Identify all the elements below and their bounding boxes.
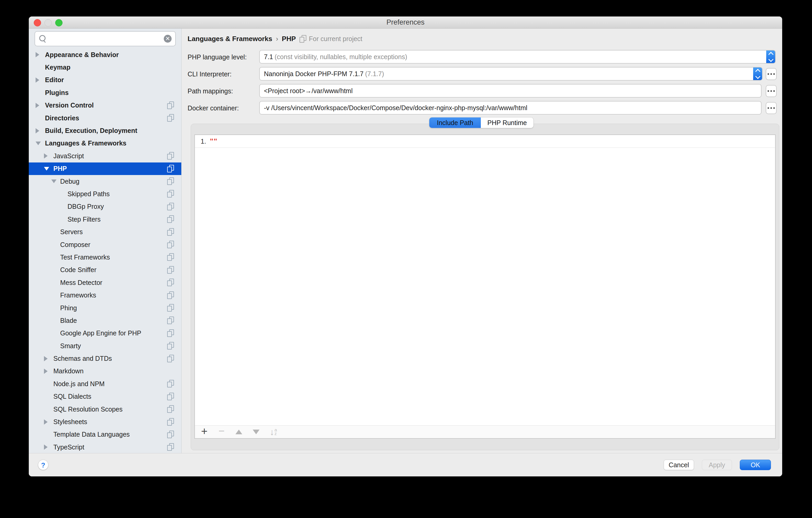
per-project-icon <box>167 114 174 122</box>
chevron-right-icon[interactable] <box>44 444 48 450</box>
sidebar-item-markdown[interactable]: Markdown <box>29 365 181 377</box>
settings-sidebar: ✕ Appearance & Behavior Keymap Editor Pl… <box>29 29 181 454</box>
sidebar-item-appearance-behavior[interactable]: Appearance & Behavior <box>29 49 181 61</box>
sidebar-item-javascript[interactable]: JavaScript <box>29 150 181 162</box>
dropdown-stepper-icon[interactable] <box>766 50 776 64</box>
preferences-window: Preferences ✕ Appearance & Behavior Keym… <box>29 17 782 477</box>
chevron-right-icon[interactable] <box>36 128 39 134</box>
search-icon <box>39 35 46 41</box>
sidebar-item-build-execution-deployment[interactable]: Build, Execution, Deployment <box>29 124 181 137</box>
per-project-icon <box>167 279 174 286</box>
window-title: Preferences <box>29 17 782 28</box>
sidebar-item-frameworks[interactable]: Frameworks <box>29 289 181 301</box>
per-project-icon <box>167 253 174 261</box>
chevron-right-icon[interactable] <box>44 356 48 361</box>
chevron-down-icon[interactable] <box>51 179 57 183</box>
include-path-row[interactable]: 1. "" <box>195 135 775 148</box>
path-mappings-label: Path mappings: <box>187 87 233 95</box>
settings-search-input[interactable]: ✕ <box>34 31 176 46</box>
per-project-icon <box>167 443 174 451</box>
dropdown-stepper-icon[interactable] <box>753 67 762 81</box>
sidebar-item-php[interactable]: PHP <box>29 163 181 175</box>
sidebar-item-phing[interactable]: Phing <box>29 301 181 314</box>
chevron-right-icon[interactable] <box>44 420 48 425</box>
sidebar-item-step-filters[interactable]: Step Filters <box>29 213 181 226</box>
sidebar-item-nodejs-npm[interactable]: Node.js and NPM <box>29 377 181 390</box>
per-project-icon <box>167 405 174 413</box>
sidebar-item-editor[interactable]: Editor <box>29 74 181 86</box>
php-language-level-select[interactable]: 7.1 (const visibility, nullables, multip… <box>259 50 776 64</box>
sidebar-item-test-frameworks[interactable]: Test Frameworks <box>29 251 181 263</box>
sidebar-item-directories[interactable]: Directories <box>29 112 181 124</box>
sidebar-item-template-data-languages[interactable]: Template Data Languages <box>29 428 181 441</box>
title-bar[interactable]: Preferences <box>29 17 782 29</box>
sidebar-item-schemas-dtds[interactable]: Schemas and DTDs <box>29 352 181 365</box>
breadcrumb-separator: › <box>276 35 278 43</box>
per-project-icon <box>167 329 174 337</box>
per-project-icon <box>167 317 174 324</box>
sidebar-item-google-app-engine-php[interactable]: Google App Engine for PHP <box>29 327 181 340</box>
clear-search-icon[interactable]: ✕ <box>164 35 172 42</box>
cli-interpreter-select[interactable]: Nanoninja Docker PHP-FPM 7.1.7 (7.1.7) <box>259 67 762 81</box>
include-path-list[interactable]: 1. "" + − ↓az <box>194 135 776 439</box>
sidebar-item-languages-frameworks[interactable]: Languages & Frameworks <box>29 137 181 150</box>
sidebar-item-code-sniffer[interactable]: Code Sniffer <box>29 264 181 276</box>
path-mappings-browse-button[interactable] <box>766 85 777 97</box>
ok-button[interactable]: OK <box>740 460 771 470</box>
sidebar-item-plugins[interactable]: Plugins <box>29 86 181 99</box>
chevron-right-icon[interactable] <box>44 369 48 374</box>
chevron-right-icon[interactable] <box>36 52 39 57</box>
apply-button[interactable]: Apply <box>702 460 732 470</box>
per-project-icon <box>167 241 174 249</box>
cli-interpreter-label: CLI Interpreter: <box>187 70 232 78</box>
scope-note: For current project <box>309 35 362 42</box>
desktop-background: Preferences ✕ Appearance & Behavior Keym… <box>0 0 812 518</box>
per-project-icon <box>167 215 174 223</box>
sidebar-item-typescript[interactable]: TypeScript <box>29 441 181 453</box>
sidebar-item-blade[interactable]: Blade <box>29 314 181 327</box>
sidebar-item-stylesheets[interactable]: Stylesheets <box>29 415 181 428</box>
chevron-right-icon[interactable] <box>36 103 39 108</box>
remove-icon[interactable]: − <box>216 426 227 436</box>
breadcrumb-languages-frameworks[interactable]: Languages & Frameworks <box>187 35 272 43</box>
per-project-icon <box>167 102 174 109</box>
sidebar-item-composer[interactable]: Composer <box>29 238 181 251</box>
per-project-icon <box>167 165 174 173</box>
help-button[interactable]: ? <box>38 460 49 470</box>
per-project-icon <box>167 228 174 236</box>
settings-tree: Appearance & Behavior Keymap Editor Plug… <box>29 49 181 454</box>
docker-container-browse-button[interactable] <box>766 102 777 114</box>
move-down-icon[interactable] <box>250 427 262 437</box>
chevron-right-icon[interactable] <box>36 78 39 83</box>
sidebar-item-debug[interactable]: Debug <box>29 175 181 188</box>
add-icon[interactable]: + <box>199 426 210 437</box>
sort-alphabetically-icon[interactable]: ↓az <box>268 427 279 437</box>
sidebar-item-smarty[interactable]: Smarty <box>29 340 181 352</box>
tab-include-path[interactable]: Include Path <box>429 117 481 128</box>
sidebar-item-skipped-paths[interactable]: Skipped Paths <box>29 188 181 200</box>
tab-php-runtime[interactable]: PHP Runtime <box>481 117 533 128</box>
list-toolbar: + − ↓az <box>195 425 775 438</box>
sidebar-item-sql-dialects[interactable]: SQL Dialects <box>29 390 181 403</box>
per-project-icon <box>167 177 174 185</box>
path-mappings-field[interactable]: <Project root>→/var/www/html <box>259 84 761 97</box>
docker-container-field[interactable]: -v /Users/vincent/Workspace/Docker/Compo… <box>259 101 761 115</box>
sidebar-item-sql-resolution-scopes[interactable]: SQL Resolution Scopes <box>29 403 181 415</box>
chevron-right-icon[interactable] <box>44 153 48 159</box>
sidebar-item-dbgp-proxy[interactable]: DBGp Proxy <box>29 200 181 213</box>
row-number: 1. <box>195 138 206 145</box>
sidebar-item-mess-detector[interactable]: Mess Detector <box>29 276 181 289</box>
chevron-down-icon[interactable] <box>36 142 41 145</box>
cancel-button[interactable]: Cancel <box>664 460 694 470</box>
chevron-down-icon[interactable] <box>44 167 49 171</box>
sidebar-item-servers[interactable]: Servers <box>29 226 181 238</box>
per-project-icon <box>167 393 174 401</box>
cli-interpreter-browse-button[interactable] <box>766 68 777 80</box>
breadcrumb-php: PHP <box>282 35 296 43</box>
per-project-icon <box>167 291 174 299</box>
sidebar-item-keymap[interactable]: Keymap <box>29 61 181 74</box>
move-up-icon[interactable] <box>233 427 244 437</box>
sidebar-item-version-control[interactable]: Version Control <box>29 99 181 112</box>
per-project-icon <box>299 35 306 43</box>
per-project-icon <box>167 266 174 274</box>
